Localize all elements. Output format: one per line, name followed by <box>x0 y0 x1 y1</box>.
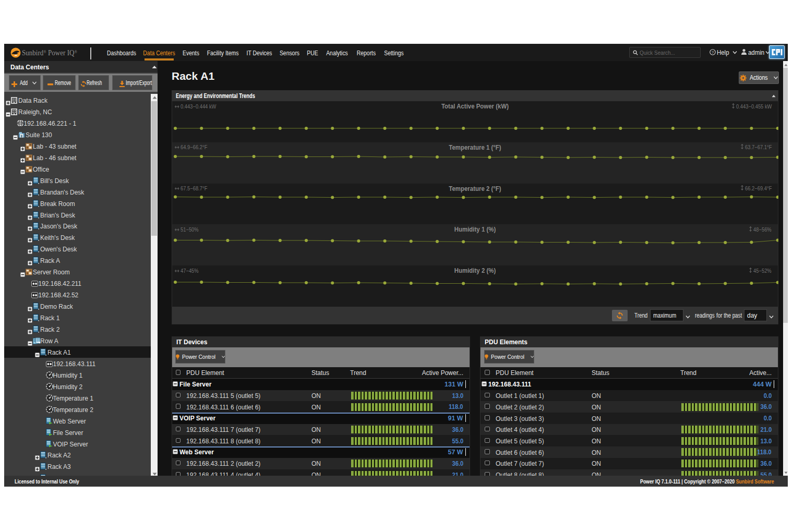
svg-text:?: ? <box>712 50 714 55</box>
